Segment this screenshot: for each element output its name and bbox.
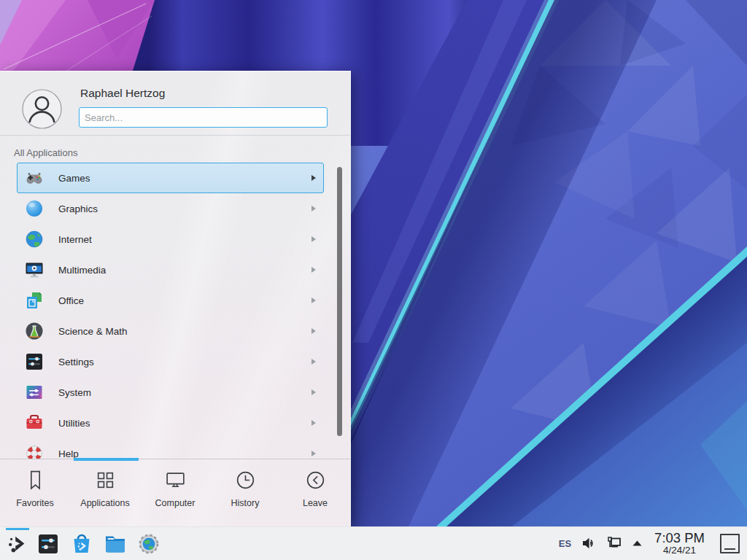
active-tab-indicator: [74, 458, 139, 461]
sliders-dark-icon: [25, 352, 44, 371]
category-label: Multimedia: [58, 265, 311, 276]
expand-tray-caret-icon[interactable]: [632, 540, 643, 547]
tab-label: Favorites: [16, 498, 53, 508]
submenu-arrow-icon: [311, 175, 316, 181]
tab-label: History: [231, 498, 260, 508]
user-avatar[interactable]: [22, 89, 62, 129]
application-launcher-menu: Raphael Hertzog All Applications Games: [0, 71, 351, 526]
launcher-header: Raphael Hertzog: [0, 71, 350, 136]
application-launcher-button[interactable]: [0, 527, 34, 560]
category-label: Games: [58, 173, 311, 184]
tab-label: Computer: [155, 498, 196, 508]
submenu-arrow-icon: [311, 236, 316, 242]
monitor-play-icon: [25, 260, 44, 279]
tab-computer[interactable]: Computer: [140, 459, 210, 526]
category-row-internet[interactable]: Internet: [17, 224, 324, 254]
toolbox-icon: [25, 413, 44, 432]
category-label: Internet: [58, 234, 311, 245]
category-label: Science & Math: [58, 326, 311, 337]
bookmark-icon: [24, 469, 47, 491]
search-input[interactable]: [79, 107, 328, 128]
category-row-utilities[interactable]: Utilities: [17, 408, 324, 438]
tab-label: Leave: [303, 498, 328, 508]
digital-clock[interactable]: 7:03 PM 4/24/21: [654, 531, 705, 556]
section-label: All Applications: [14, 147, 77, 158]
computer-icon: [164, 469, 187, 491]
tab-favorites[interactable]: Favorites: [0, 459, 70, 526]
tab-history[interactable]: History: [210, 459, 280, 526]
tab-leave[interactable]: Leave: [280, 459, 350, 526]
pinned-task-icons: [36, 532, 171, 556]
kickoff-icon: [7, 533, 28, 555]
category-row-games[interactable]: Games: [17, 163, 324, 193]
system-settings-icon[interactable]: [36, 532, 60, 556]
submenu-arrow-icon: [311, 389, 316, 395]
submenu-arrow-icon: [311, 451, 316, 456]
category-label: Utilities: [58, 418, 311, 429]
file-manager-icon[interactable]: [104, 532, 127, 556]
web-browser-icon[interactable]: [137, 532, 160, 556]
clock-icon: [234, 469, 257, 491]
show-desktop-button[interactable]: [720, 534, 740, 553]
category-row-system[interactable]: System: [17, 377, 324, 408]
taskbar-panel: ES 7:03 PM 4/24/21: [0, 526, 747, 560]
category-row-science-math[interactable]: Science & Math: [17, 316, 324, 346]
submenu-arrow-icon: [311, 420, 316, 426]
category-row-settings[interactable]: Settings: [17, 346, 324, 377]
clock-date: 4/24/21: [654, 545, 705, 556]
submenu-arrow-icon: [311, 206, 316, 211]
category-label: Settings: [58, 357, 311, 368]
sphere-icon: [25, 199, 44, 218]
category-row-office[interactable]: Office: [17, 285, 324, 316]
volume-icon[interactable]: [581, 535, 597, 551]
grid-icon: [94, 469, 117, 491]
submenu-arrow-icon: [311, 267, 316, 273]
leave-circle-icon: [304, 469, 327, 491]
discover-store-icon[interactable]: [70, 532, 93, 556]
category-row-graphics[interactable]: Graphics: [17, 193, 324, 224]
category-label: Office: [58, 295, 311, 306]
application-category-list: Games Graphics: [0, 163, 350, 459]
list-scrollbar[interactable]: [337, 167, 342, 436]
launcher-active-indicator: [6, 528, 29, 530]
category-label: Graphics: [58, 203, 311, 214]
flask-icon: [25, 322, 44, 341]
globe-icon: [25, 230, 44, 249]
category-row-help[interactable]: Help: [17, 438, 324, 459]
keyboard-layout-indicator[interactable]: ES: [559, 538, 571, 549]
launcher-tab-bar: Favorites Applications Computer: [0, 459, 350, 526]
desktop: Raphael Hertzog All Applications Games: [0, 0, 747, 560]
category-label: System: [58, 387, 311, 398]
lifebuoy-icon: [25, 444, 44, 459]
tab-applications[interactable]: Applications: [70, 459, 140, 526]
system-tray: ES 7:03 PM 4/24/21: [559, 531, 747, 556]
gamepad-icon: [25, 168, 44, 187]
submenu-arrow-icon: [311, 359, 316, 365]
documents-icon: [25, 291, 44, 310]
show-desktop-glyph: [724, 548, 735, 550]
sliders-color-icon: [25, 383, 44, 402]
submenu-arrow-icon: [311, 328, 316, 334]
category-label: Help: [58, 448, 311, 459]
wired-network-icon[interactable]: [606, 535, 622, 551]
submenu-arrow-icon: [311, 298, 316, 303]
user-name: Raphael Hertzog: [80, 87, 165, 100]
tab-label: Applications: [80, 498, 129, 508]
category-row-multimedia[interactable]: Multimedia: [17, 254, 324, 285]
clock-time: 7:03 PM: [654, 531, 705, 545]
